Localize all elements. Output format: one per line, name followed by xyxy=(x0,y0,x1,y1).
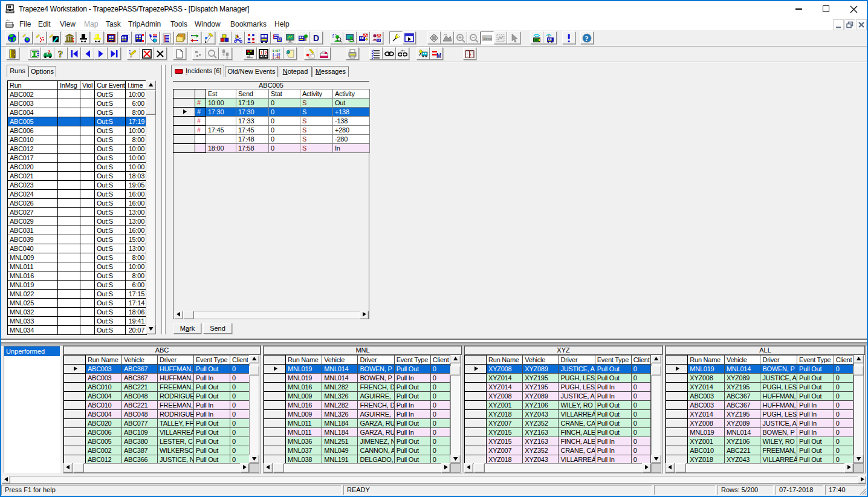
svg-text:?: ? xyxy=(58,49,63,59)
svg-text:?: ? xyxy=(48,49,51,55)
svg-text:1:40: 1:40 xyxy=(273,56,280,59)
svg-text:2: 2 xyxy=(265,50,268,56)
svg-text:D: D xyxy=(313,33,319,43)
svg-text:1: 1 xyxy=(261,50,264,56)
svg-text:Street: Street xyxy=(483,37,492,41)
svg-text:M: M xyxy=(436,53,441,59)
svg-text:?: ? xyxy=(585,34,589,43)
